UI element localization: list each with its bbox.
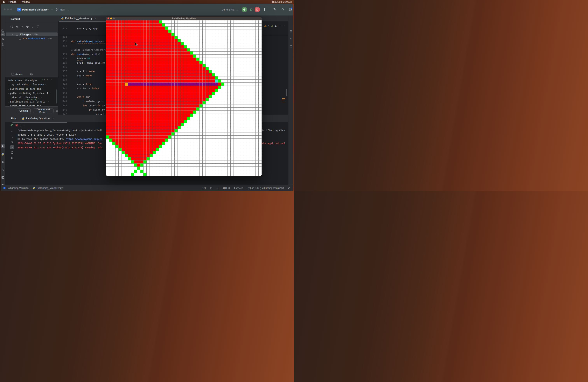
- grid-cell[interactable]: [212, 58, 215, 61]
- grid-cell[interactable]: [243, 101, 246, 105]
- grid-cell[interactable]: [134, 55, 137, 58]
- grid-cell[interactable]: [246, 73, 249, 76]
- grid-cell[interactable]: [203, 98, 206, 101]
- grid-cell[interactable]: [184, 114, 187, 117]
- grid-cell[interactable]: [119, 33, 122, 36]
- grid-cell[interactable]: [196, 70, 200, 73]
- grid-cell[interactable]: [147, 164, 150, 167]
- grid-cell[interactable]: [116, 70, 119, 73]
- grid-cell[interactable]: [159, 55, 162, 58]
- grid-cell[interactable]: [240, 154, 243, 157]
- grid-cell[interactable]: [228, 61, 231, 64]
- grid-cell[interactable]: [200, 89, 203, 92]
- grid-cell[interactable]: [221, 67, 224, 70]
- grid-cell[interactable]: [178, 136, 181, 139]
- grid-cell[interactable]: [153, 142, 156, 145]
- grid-cell[interactable]: [206, 36, 209, 39]
- grid-cell[interactable]: [243, 83, 246, 86]
- grid-cell[interactable]: [109, 55, 112, 58]
- grid-cell[interactable]: [122, 101, 125, 105]
- grid-cell[interactable]: [125, 120, 128, 123]
- grid-cell[interactable]: [240, 36, 243, 39]
- grid-cell[interactable]: [112, 123, 116, 126]
- grid-cell[interactable]: [203, 61, 206, 64]
- grid-cell[interactable]: [122, 160, 125, 164]
- grid-cell[interactable]: [153, 123, 156, 126]
- grid-cell[interactable]: [228, 92, 231, 95]
- grid-cell[interactable]: [231, 117, 234, 120]
- grid-cell[interactable]: [147, 111, 150, 114]
- grid-cell[interactable]: [122, 107, 125, 111]
- grid-cell[interactable]: [119, 48, 122, 52]
- grid-cell[interactable]: [231, 145, 234, 148]
- grid-cell[interactable]: [255, 42, 259, 45]
- grid-cell[interactable]: [116, 120, 119, 123]
- grid-cell[interactable]: [246, 27, 249, 30]
- grid-cell[interactable]: [153, 61, 156, 64]
- grid-cell[interactable]: [165, 170, 168, 173]
- grid-cell[interactable]: [218, 167, 221, 170]
- grid-cell[interactable]: [203, 23, 206, 27]
- grid-cell[interactable]: [181, 70, 184, 73]
- grid-cell[interactable]: [252, 136, 255, 139]
- grid-cell[interactable]: [184, 21, 187, 23]
- grid-cell[interactable]: [209, 61, 212, 64]
- grid-cell[interactable]: [134, 142, 137, 145]
- grid-cell[interactable]: [190, 86, 193, 89]
- grid-cell[interactable]: [165, 27, 168, 30]
- grid-cell[interactable]: [181, 73, 184, 76]
- grid-cell[interactable]: [106, 167, 109, 170]
- grid-cell[interactable]: [228, 151, 231, 154]
- grid-cell[interactable]: [206, 132, 209, 136]
- grid-cell[interactable]: [156, 101, 159, 105]
- grid-cell[interactable]: [131, 111, 134, 114]
- grid-cell[interactable]: [140, 132, 144, 136]
- grid-cell[interactable]: [206, 39, 209, 42]
- grid-cell[interactable]: [243, 145, 246, 148]
- grid-cell[interactable]: [234, 107, 237, 111]
- rollback-icon[interactable]: [15, 25, 19, 28]
- grid-cell[interactable]: [215, 70, 218, 73]
- grid-cell[interactable]: [252, 21, 255, 23]
- grid-cell[interactable]: [131, 21, 134, 23]
- grid-cell[interactable]: [106, 80, 109, 83]
- grid-cell[interactable]: [165, 36, 168, 39]
- grid-cell[interactable]: [122, 142, 125, 145]
- grid-cell[interactable]: [200, 132, 203, 136]
- grid-cell[interactable]: [224, 89, 228, 92]
- grid-cell[interactable]: [140, 129, 144, 132]
- grid-cell[interactable]: [200, 114, 203, 117]
- grid-cell[interactable]: [116, 36, 119, 39]
- grid-cell[interactable]: [119, 170, 122, 173]
- grid-cell[interactable]: [131, 83, 134, 86]
- grid-cell[interactable]: [125, 21, 128, 23]
- grid-cell[interactable]: [203, 67, 206, 70]
- grid-cell[interactable]: [224, 70, 228, 73]
- grid-cell[interactable]: [184, 126, 187, 129]
- grid-cell[interactable]: [187, 36, 190, 39]
- grid-cell[interactable]: [131, 105, 134, 107]
- grid-cell[interactable]: [181, 157, 184, 160]
- grid-cell[interactable]: [246, 107, 249, 111]
- grid-cell[interactable]: [112, 39, 116, 42]
- grid-cell[interactable]: [122, 123, 125, 126]
- grid-cell[interactable]: [147, 136, 150, 139]
- grid-cell[interactable]: [112, 86, 116, 89]
- grid-cell[interactable]: [240, 173, 243, 176]
- grid-cell[interactable]: [249, 126, 252, 129]
- grid-cell[interactable]: [112, 67, 116, 70]
- grid-cell[interactable]: [147, 139, 150, 142]
- grid-cell[interactable]: [184, 80, 187, 83]
- grid-cell[interactable]: [168, 64, 171, 67]
- grid-cell[interactable]: [119, 167, 122, 170]
- grid-cell[interactable]: [140, 142, 144, 145]
- grid-cell[interactable]: [178, 45, 181, 48]
- grid-cell[interactable]: [178, 129, 181, 132]
- grid-cell[interactable]: [237, 92, 240, 95]
- grid-cell[interactable]: [147, 123, 150, 126]
- grid-cell[interactable]: [255, 67, 259, 70]
- grid-cell[interactable]: [193, 23, 196, 27]
- grid-cell[interactable]: [246, 154, 249, 157]
- grid-cell[interactable]: [137, 61, 140, 64]
- grid-cell[interactable]: [206, 157, 209, 160]
